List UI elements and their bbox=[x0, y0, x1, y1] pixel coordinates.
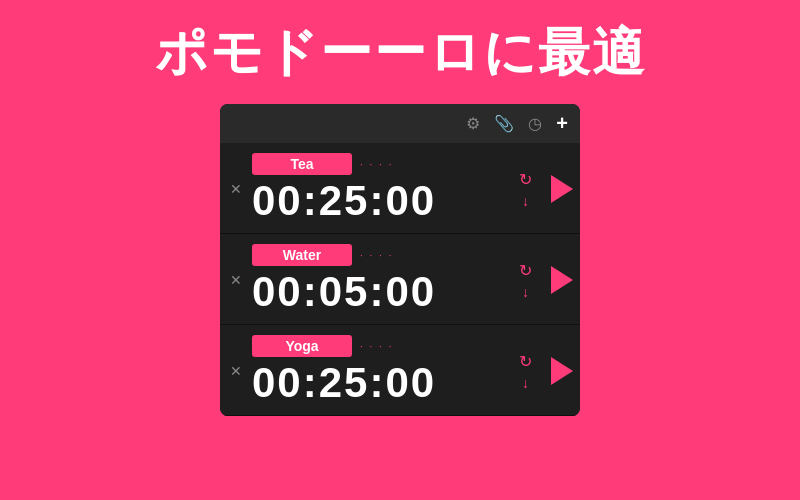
play-button[interactable] bbox=[544, 353, 580, 389]
label-row: Yoga · · · · bbox=[252, 335, 519, 357]
timer-label: Yoga bbox=[252, 335, 352, 357]
down-icon[interactable]: ↓ bbox=[522, 284, 529, 300]
label-row: Water · · · · bbox=[252, 244, 519, 266]
link-icon[interactable]: 📎 bbox=[494, 114, 514, 133]
close-button[interactable]: ✕ bbox=[220, 272, 252, 288]
clock-icon[interactable]: ◷ bbox=[528, 114, 542, 133]
play-button[interactable] bbox=[544, 262, 580, 298]
down-icon[interactable]: ↓ bbox=[522, 193, 529, 209]
toolbar: ⚙ 📎 ◷ + bbox=[220, 104, 580, 143]
play-button[interactable] bbox=[544, 171, 580, 207]
dots-indicator: · · · · bbox=[360, 250, 393, 261]
refresh-icon[interactable]: ↻ bbox=[519, 170, 532, 189]
side-controls: ↻ ↓ bbox=[519, 261, 540, 300]
timer-row: ✕ Tea · · · · 00:25:00 ↻ ↓ bbox=[220, 143, 580, 234]
timer-row: ✕ Yoga · · · · 00:25:00 ↻ ↓ bbox=[220, 325, 580, 416]
dots-indicator: · · · · bbox=[360, 159, 393, 170]
side-controls: ↻ ↓ bbox=[519, 170, 540, 209]
play-triangle-icon bbox=[551, 175, 573, 203]
refresh-icon[interactable]: ↻ bbox=[519, 352, 532, 371]
down-icon[interactable]: ↓ bbox=[522, 375, 529, 391]
timer-main: Yoga · · · · 00:25:00 bbox=[252, 335, 519, 407]
timer-row: ✕ Water · · · · 00:05:00 ↻ ↓ bbox=[220, 234, 580, 325]
timer-display: 00:05:00 bbox=[252, 268, 436, 316]
refresh-icon[interactable]: ↻ bbox=[519, 261, 532, 280]
add-timer-button[interactable]: + bbox=[556, 112, 568, 135]
dots-indicator: · · · · bbox=[360, 341, 393, 352]
settings-icon[interactable]: ⚙ bbox=[466, 114, 480, 133]
side-controls: ↻ ↓ bbox=[519, 352, 540, 391]
app-window: ⚙ 📎 ◷ + ✕ Tea · · · · 00:25:00 ↻ ↓ ✕ Wat… bbox=[220, 104, 580, 416]
close-button[interactable]: ✕ bbox=[220, 363, 252, 379]
timer-display: 00:25:00 bbox=[252, 359, 436, 407]
close-button[interactable]: ✕ bbox=[220, 181, 252, 197]
timer-label: Tea bbox=[252, 153, 352, 175]
timer-main: Tea · · · · 00:25:00 bbox=[252, 153, 519, 225]
play-triangle-icon bbox=[551, 266, 573, 294]
timer-display: 00:25:00 bbox=[252, 177, 436, 225]
label-row: Tea · · · · bbox=[252, 153, 519, 175]
timer-label: Water bbox=[252, 244, 352, 266]
page-title: ポモドーーロに最適 bbox=[155, 18, 646, 88]
timer-main: Water · · · · 00:05:00 bbox=[252, 244, 519, 316]
play-triangle-icon bbox=[551, 357, 573, 385]
